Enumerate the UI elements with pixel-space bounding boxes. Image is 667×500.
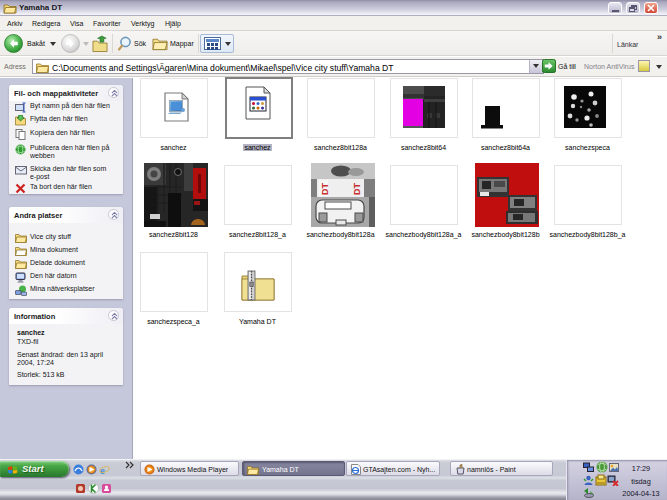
svg-text:DT: DT bbox=[319, 183, 329, 195]
svg-text:e: e bbox=[100, 464, 105, 475]
svg-text:DT: DT bbox=[352, 183, 362, 195]
